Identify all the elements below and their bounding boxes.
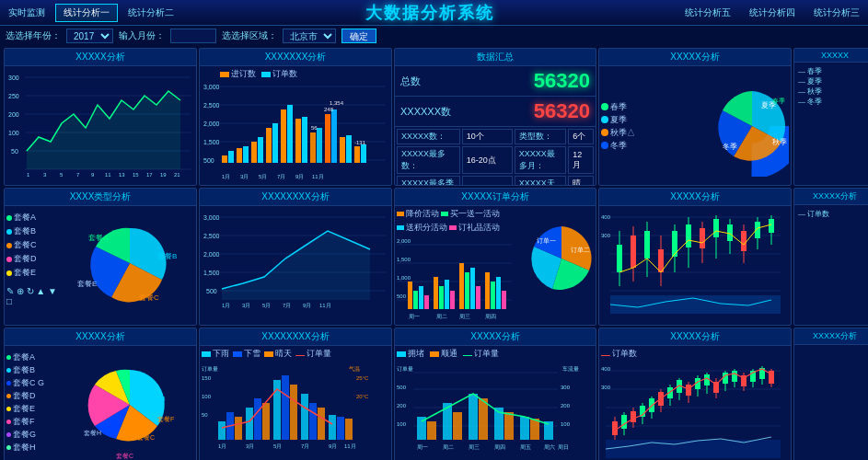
svg-text:300: 300 — [601, 385, 611, 390]
svg-rect-98 — [413, 291, 418, 309]
svg-text:20°C: 20°C — [356, 394, 369, 399]
panel-meal-type: XXXX类型分析 套餐A 套餐B 套餐C 套餐D 套餐E ✎ ⊕ ↻ ▲ ▼ □ — [4, 188, 197, 326]
svg-text:2,500: 2,500 — [203, 233, 220, 239]
svg-text:3,000: 3,000 — [203, 84, 220, 90]
svg-text:5月: 5月 — [259, 174, 267, 179]
svg-text:春季: 春季 — [772, 98, 785, 104]
svg-rect-149 — [769, 219, 774, 233]
svg-text:3月: 3月 — [246, 443, 254, 449]
line-chart-svg: 300 250 200 100 50 1 3 5 7 9 11 13 15 17… — [6, 68, 191, 178]
svg-rect-46 — [317, 128, 322, 163]
svg-text:7月: 7月 — [283, 303, 291, 308]
legend-orders: 进订数 — [220, 68, 256, 80]
svg-rect-199 — [453, 412, 462, 440]
panel-pie-content: 春季 夏季 秋季△ 冬季 夏季 秋季 冬季 春季 — [599, 66, 791, 186]
legend-winter: 冬季 — [601, 140, 706, 152]
panel-small1-content: — 春季 — 夏季 — 秋季 — 冬季 — [794, 63, 868, 110]
svg-text:500: 500 — [206, 288, 217, 294]
svg-rect-170 — [282, 375, 289, 440]
panel-small2: XXXXX分析 — 订单数 — [793, 188, 868, 326]
svg-text:套餐B: 套餐B — [157, 252, 177, 260]
svg-rect-176 — [337, 417, 344, 440]
svg-text:1月: 1月 — [222, 174, 230, 179]
candlestick-svg: 400 300 — [601, 208, 785, 323]
svg-rect-42 — [287, 105, 293, 163]
legend-d: 套餐D — [6, 390, 65, 402]
svg-text:周一: 周一 — [409, 314, 420, 319]
svg-text:车流量: 车流量 — [562, 365, 579, 372]
svg-text:秋季: 秋季 — [772, 138, 787, 146]
svg-rect-198 — [443, 403, 452, 440]
svg-text:套餐H: 套餐H — [84, 430, 101, 436]
svg-text:周四: 周四 — [494, 444, 505, 450]
svg-text:周六: 周六 — [544, 443, 555, 450]
panel-weather-content: 下雨 下雪 晴天 订单量 订单量 气温 150 100 50 25°C 20°C — [200, 346, 391, 460]
svg-rect-204 — [520, 417, 529, 440]
panel-line2-content: 3,000 2,500 2,000 1,500 500 1月 3月 5月 7月 … — [200, 206, 391, 326]
svg-text:25°C: 25°C — [356, 375, 369, 381]
month-input[interactable] — [170, 29, 216, 43]
tab-stat4[interactable]: 统计分析四 — [741, 4, 804, 22]
svg-rect-173 — [309, 403, 317, 440]
svg-text:7月: 7月 — [277, 174, 285, 179]
panel-small3-content — [794, 345, 868, 352]
main-grid: XXXXX分析 300 250 200 100 50 1 3 5 7 — [0, 46, 868, 460]
year-select[interactable]: 2017 — [66, 29, 113, 43]
stock-svg: 400 300 — [601, 362, 785, 460]
svg-text:1,354: 1,354 — [330, 100, 344, 106]
svg-rect-177 — [345, 419, 353, 440]
svg-rect-165 — [235, 417, 242, 440]
svg-text:300: 300 — [601, 233, 611, 238]
svg-text:订单一: 订单一 — [537, 237, 556, 244]
svg-text:500: 500 — [397, 293, 407, 299]
panel-line2: XXXXXXXX分析 3,000 2,500 2,000 1,500 500 1… — [199, 188, 392, 326]
header: 实时监测 线计分析一 统计分析二 大数据分析系统 统计分析五 统计分析四 统计分… — [0, 0, 868, 26]
legend-promo4: 订礼品活动 — [449, 222, 500, 234]
svg-rect-39 — [266, 128, 272, 163]
svg-text:500: 500 — [397, 385, 407, 390]
svg-text:2,000: 2,000 — [203, 121, 220, 127]
legend-f: 套餐F — [6, 416, 65, 428]
svg-marker-22 — [27, 91, 180, 169]
tab-stat2[interactable]: 统计分析二 — [120, 4, 182, 22]
svg-rect-129 — [631, 236, 636, 268]
svg-text:周二: 周二 — [436, 314, 447, 319]
svg-text:订单量: 订单量 — [397, 366, 413, 372]
svg-rect-167 — [254, 398, 261, 440]
summary-sub-row: XXXXXX数 56320 — [395, 97, 596, 127]
svg-text:周五: 周五 — [520, 444, 531, 450]
region-select[interactable]: 北京市 — [283, 29, 336, 43]
legend-meal-d: 套餐D — [6, 253, 61, 265]
svg-text:200: 200 — [8, 111, 19, 118]
svg-text:5月: 5月 — [273, 443, 282, 449]
svg-rect-105 — [459, 263, 464, 309]
svg-rect-223 — [621, 415, 627, 429]
tab-line1[interactable]: 线计分析一 — [55, 4, 118, 22]
legend-autumn: 秋季△ — [601, 127, 706, 139]
panel-multi-pie: XXXXX分析 套餐A 套餐B 套餐C G 套餐D 套餐E 套餐F 套餐G 套餐… — [4, 328, 197, 460]
confirm-button[interactable]: 确定 — [341, 29, 376, 43]
svg-text:200: 200 — [397, 403, 407, 408]
svg-text:套餐C: 套餐C — [116, 453, 133, 459]
svg-text:50: 50 — [11, 148, 18, 155]
order-pie: 订单一 订单二 — [529, 208, 594, 324]
panel-order-title: XXXXX订单分析 — [395, 189, 596, 206]
svg-text:11月: 11月 — [312, 174, 324, 179]
panel-multi-pie-content: 套餐A 套餐B 套餐C G 套餐D 套餐E 套餐F 套餐G 套餐H — [5, 346, 196, 460]
tab-realtime[interactable]: 实时监测 — [0, 4, 53, 22]
panel-small1: XXXXX — 春季 — 夏季 — 秋季 — 冬季 — [793, 48, 868, 186]
bar-chart-svg: 3,000 2,500 2,000 1,500 500 — [202, 82, 386, 181]
panel-stock-title: XXXXX分析 — [599, 328, 791, 346]
svg-text:订单二: 订单二 — [571, 247, 590, 253]
svg-rect-45 — [310, 132, 316, 163]
svg-rect-33 — [222, 155, 227, 163]
svg-rect-112 — [502, 291, 506, 309]
tab-stat5[interactable]: 统计分析五 — [677, 4, 739, 22]
panel-transport-content: 拥堵 顺通 订单量 订单量 车流量 500 200 100 300 200 10… — [395, 346, 596, 460]
svg-rect-201 — [479, 398, 488, 440]
tab-stat3[interactable]: 统计分析三 — [805, 4, 868, 22]
panel-bar-chart: XXXXXXX分析 进订数 订单数 3,000 2,500 2,000 1,50… — [199, 48, 392, 186]
svg-rect-47 — [325, 114, 330, 163]
svg-text:5月: 5月 — [262, 303, 271, 308]
legend-c: 套餐C G — [6, 377, 65, 389]
